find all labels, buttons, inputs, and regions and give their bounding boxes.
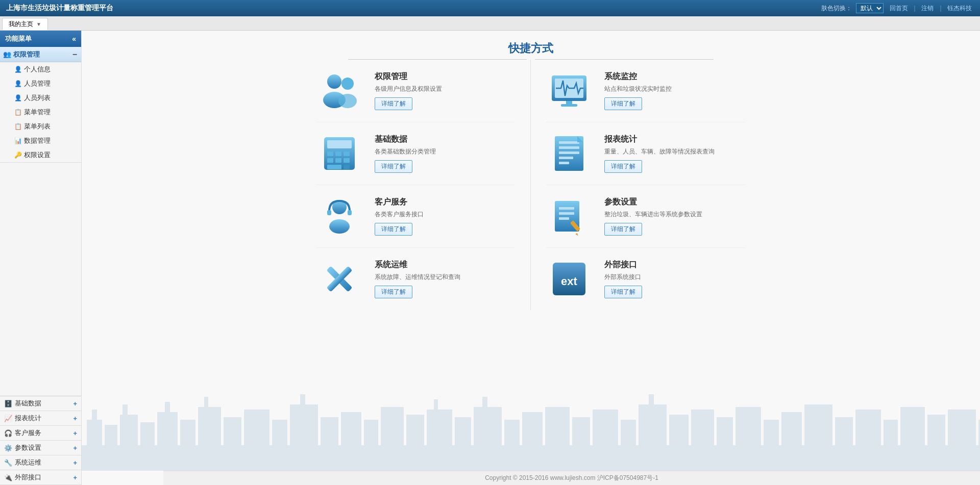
sidebar-item-data-mgmt[interactable]: 📊 数据管理	[0, 134, 81, 148]
svg-rect-17	[321, 417, 338, 445]
kehu-icon-wrap	[316, 193, 362, 239]
baobiao-btn[interactable]: 详细了解	[604, 160, 642, 173]
collapse-minus-icon: −	[72, 50, 77, 59]
maintain-icon	[319, 259, 360, 299]
svg-rect-19	[364, 420, 378, 445]
svg-rect-34	[649, 394, 654, 404]
sidebar-item-personal[interactable]: 👤 个人信息	[0, 62, 81, 76]
jiankong-icon-wrap	[546, 68, 592, 114]
jiankong-title: 系统监控	[604, 71, 745, 82]
param-settings-icon: ⚙️	[4, 444, 12, 452]
svg-rect-59	[335, 158, 341, 163]
sidebar-item-param-settings[interactable]: ⚙️ 参数设置 +	[0, 441, 81, 455]
svg-rect-75	[559, 146, 579, 149]
sidebar-item-perm-settings-label: 权限设置	[24, 150, 51, 160]
svg-rect-74	[559, 141, 579, 144]
svg-rect-24	[455, 417, 471, 445]
users-icon	[319, 70, 360, 111]
sys-ops-expand-icon: +	[73, 459, 77, 467]
sidebar-header: 功能菜单 «	[0, 31, 81, 47]
basic-data-label: 基础数据	[15, 399, 41, 408]
ext-icon: ext	[549, 259, 590, 299]
menu-mgmt-icon: 📋	[14, 109, 22, 116]
sidebar-item-personal-label: 个人信息	[24, 65, 51, 74]
sidebar-item-menu-list-label: 菜单列表	[24, 122, 51, 131]
jichu-icon-wrap	[316, 131, 362, 176]
baobiao-title: 报表统计	[604, 134, 745, 145]
sidebar-item-menu-list[interactable]: 📋 菜单列表	[0, 119, 81, 134]
svg-rect-71	[566, 101, 572, 104]
jiankong-btn[interactable]: 详细了解	[604, 97, 642, 110]
sidebar-section-quanxian-title[interactable]: 👥 权限管理 −	[0, 47, 81, 62]
yunwei-btn[interactable]: 详细了解	[375, 286, 412, 298]
home-link[interactable]: 回首页	[890, 5, 908, 12]
canshu-title: 参数设置	[604, 197, 745, 208]
logout-link[interactable]: 注销	[921, 5, 934, 12]
jiankong-desc: 站点和垃圾状况实时监控	[604, 84, 745, 93]
sidebar-item-user-mgmt[interactable]: 👤 人员管理	[0, 76, 81, 91]
svg-rect-2	[92, 410, 97, 420]
canshu-btn[interactable]: 详细了解	[604, 223, 642, 236]
report-icon	[549, 133, 590, 174]
sidebar-item-menu-mgmt[interactable]: 📋 菜单管理	[0, 105, 81, 119]
sidebar-item-perm-settings[interactable]: 🔑 权限设置	[0, 148, 81, 162]
svg-point-49	[327, 74, 341, 89]
svg-rect-3	[105, 425, 117, 445]
svg-rect-54	[327, 140, 352, 148]
sidebar-item-reports[interactable]: 📈 报表统计 +	[0, 411, 81, 426]
ext-interface-expand-icon: +	[73, 474, 77, 481]
sidebar-item-sys-ops[interactable]: 🔧 系统运维 +	[0, 455, 81, 470]
footer-text: Copyright © 2015-2016 www.lujiesh.com 沪I…	[485, 474, 658, 482]
skin-select[interactable]: 默认	[856, 3, 884, 13]
waibu-btn[interactable]: 详细了解	[604, 286, 642, 298]
sidebar-item-user-list-label: 人员列表	[24, 93, 51, 103]
yunwei-info: 系统运维 系统故障、运维情况登记和查询 详细了解	[375, 260, 515, 298]
city-background	[82, 369, 980, 471]
sys-ops-label: 系统运维	[15, 458, 41, 467]
card-kehu: 客户服务 各类客户服务接口 详细了解	[316, 185, 515, 248]
svg-rect-11	[204, 397, 208, 407]
svg-marker-85	[575, 233, 579, 237]
perm-settings-icon: 🔑	[14, 151, 22, 159]
sidebar-item-data-mgmt-label: 数据管理	[24, 136, 51, 145]
data-mgmt-icon: 📊	[14, 137, 22, 144]
tab-arrow-icon: ▼	[36, 21, 41, 27]
user-list-icon: 👤	[14, 94, 22, 101]
sidebar-item-ext-interface[interactable]: 🔌 外部接口 +	[0, 470, 81, 485]
card-waibu: ext 外部接口 外部系统接口 详细了解	[546, 248, 745, 310]
sidebar-collapse-button[interactable]: «	[72, 35, 76, 43]
svg-rect-76	[559, 151, 579, 154]
kehu-info: 客户服务 各类客户服务接口 详细了解	[375, 197, 515, 236]
svg-rect-47	[948, 410, 976, 445]
svg-rect-20	[381, 407, 404, 445]
sidebar-item-customer-service[interactable]: 🎧 客户服务 +	[0, 426, 81, 441]
jichu-btn[interactable]: 详细了解	[375, 160, 412, 173]
svg-point-64	[329, 219, 350, 234]
waibu-title: 外部接口	[604, 260, 745, 270]
quanxian-btn[interactable]: 详细了解	[375, 97, 412, 110]
svg-rect-13	[244, 410, 270, 445]
svg-rect-37	[717, 417, 733, 445]
quickaccess-title: 快捷方式	[102, 41, 960, 56]
sidebar: 功能菜单 « 👥 权限管理 − 👤 个人信息	[0, 31, 82, 485]
tab-home[interactable]: 我的主页 ▼	[2, 18, 48, 30]
svg-rect-16	[300, 394, 305, 404]
svg-rect-21	[406, 415, 424, 445]
kehu-btn[interactable]: 详细了解	[375, 223, 412, 236]
layout: 功能菜单 « 👥 权限管理 − 👤 个人信息	[0, 31, 980, 485]
svg-rect-26	[482, 397, 487, 407]
svg-rect-14	[272, 420, 287, 445]
main-content: 快捷方式	[82, 31, 980, 485]
sidebar-section-quanxian-label: 权限管理	[13, 50, 40, 59]
company-link[interactable]: 钰杰科技	[947, 5, 972, 12]
header: 上海市生活垃圾计量称重管理平台 肤色切换： 默认 回首页 ｜ 注销 ｜ 钰杰科技	[0, 0, 980, 16]
sidebar-item-basic-data[interactable]: 🗄️ 基础数据 +	[0, 396, 81, 411]
svg-rect-36	[691, 410, 714, 445]
svg-rect-72	[561, 104, 577, 107]
customer-service-icon: 🎧	[4, 429, 12, 437]
sidebar-item-user-list[interactable]: 👤 人员列表	[0, 91, 81, 105]
waibu-desc: 外部系统接口	[604, 272, 745, 282]
quanxian-icon-wrap	[316, 68, 362, 114]
kehu-desc: 各类客户服务接口	[375, 210, 515, 219]
svg-rect-58	[327, 158, 333, 163]
